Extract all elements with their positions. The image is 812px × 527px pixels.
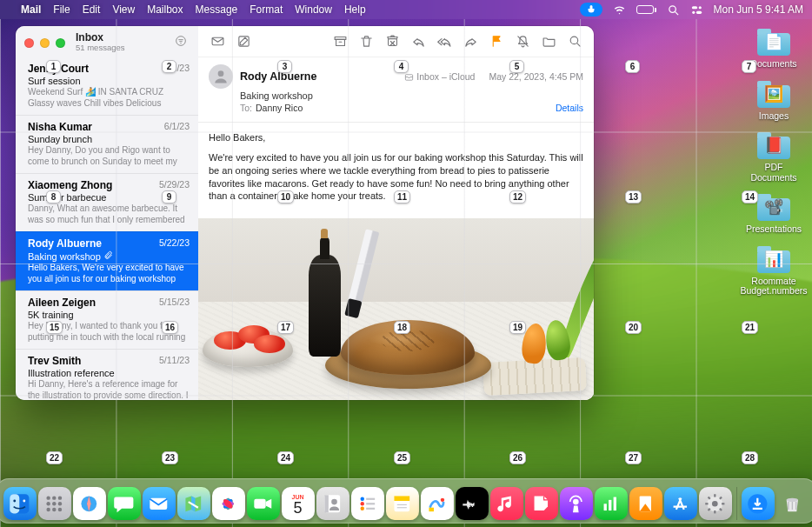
desktop-item[interactable]: 📊Roommate Budget.numbers [742, 243, 805, 297]
menu-format[interactable]: Format [250, 3, 283, 16]
svg-point-25 [14, 499, 17, 502]
filter-icon[interactable] [172, 32, 190, 53]
menubar-app-name[interactable]: Mail [21, 3, 41, 16]
dock-facetime[interactable] [247, 487, 280, 520]
reader-from: Rody Albuerne [240, 70, 316, 83]
svg-point-6 [176, 37, 186, 46]
window-minimize[interactable] [40, 38, 50, 48]
dock-downloads[interactable] [742, 487, 775, 520]
dock-tv[interactable]: tv [456, 487, 489, 520]
message-row[interactable]: Rody Albuerne5/22/23Baking workshop Hell… [16, 231, 198, 290]
search-icon[interactable] [564, 32, 585, 51]
inbox-subtitle: 51 messages [76, 43, 125, 52]
menu-help[interactable]: Help [344, 3, 366, 16]
message-row[interactable]: Aileen Zeigen5/15/235K trainingHey Danny… [16, 290, 198, 349]
svg-point-28 [52, 496, 56, 499]
archive-icon[interactable] [329, 32, 350, 51]
folder-icon: 📽️ [754, 191, 794, 223]
desktop-item-label: PDF Documents [742, 163, 805, 183]
move-icon[interactable] [538, 32, 559, 51]
attachment-icon [103, 250, 113, 260]
dock-contacts[interactable] [316, 487, 349, 520]
desktop-item[interactable]: 📄Documents [742, 26, 805, 70]
forward-icon[interactable] [460, 32, 481, 51]
message-row[interactable]: Nisha Kumar6/1/23Sunday brunchHey Danny,… [16, 115, 198, 173]
svg-point-31 [52, 502, 56, 505]
menu-edit[interactable]: Edit [83, 3, 101, 16]
dock-photos[interactable] [212, 487, 245, 520]
dock-notes[interactable] [386, 487, 419, 520]
dock-freeform[interactable] [421, 487, 454, 520]
svg-line-83 [709, 509, 710, 510]
desktop-item-label: Presentations [746, 224, 802, 235]
control-center-icon[interactable] [690, 3, 703, 17]
dock-messages[interactable] [108, 487, 141, 520]
wifi-icon[interactable] [613, 3, 626, 17]
message-row[interactable]: Trev Smith5/11/23Illustration referenceH… [16, 349, 198, 400]
svg-point-33 [47, 507, 50, 510]
dock-safari[interactable] [73, 487, 106, 520]
svg-point-26 [23, 499, 26, 502]
reader-attachment-image [198, 218, 594, 400]
folder-icon: 📄 [754, 26, 794, 57]
svg-rect-4 [696, 10, 701, 13]
menu-message[interactable]: Message [196, 3, 238, 16]
svg-point-57 [361, 502, 364, 505]
svg-point-3 [698, 6, 701, 9]
svg-point-75 [712, 501, 718, 507]
mail-window: Inbox 51 messages Jenny Court6/3/23Surf … [16, 26, 594, 400]
message-list[interactable]: Jenny Court6/3/23Surf sessionWeekend Sur… [16, 57, 198, 400]
reader-to-name: Danny Rico [256, 103, 303, 113]
mail-sidebar: Inbox 51 messages Jenny Court6/3/23Surf … [16, 26, 198, 400]
desktop-item-label: Documents [750, 59, 796, 70]
voice-control-pill[interactable] [580, 3, 602, 17]
svg-point-69 [573, 498, 579, 504]
mute-icon[interactable] [512, 32, 533, 51]
dock-settings[interactable] [699, 487, 732, 520]
junk-icon[interactable] [382, 32, 403, 51]
folder-icon: 📕 [754, 130, 794, 161]
svg-point-21 [218, 70, 224, 77]
dock-launchpad[interactable] [38, 487, 71, 520]
dock-mail[interactable] [143, 487, 176, 520]
desktop-item[interactable]: 📕PDF Documents [742, 130, 805, 183]
dock-music[interactable] [490, 487, 523, 520]
battery-icon[interactable] [636, 5, 656, 14]
dock-calendar[interactable]: JUN5 [282, 487, 315, 520]
dock-news[interactable] [525, 487, 558, 520]
spotlight-icon[interactable] [667, 3, 680, 17]
menu-file[interactable]: File [53, 3, 70, 16]
svg-line-80 [709, 497, 710, 498]
reply-all-icon[interactable] [434, 32, 455, 51]
svg-rect-67 [429, 507, 435, 510]
menu-mailbox[interactable]: Mailbox [147, 3, 183, 16]
svg-line-20 [576, 43, 580, 47]
dock-podcasts[interactable] [560, 487, 593, 520]
flag-icon[interactable] [486, 32, 507, 51]
menu-window[interactable]: Window [295, 3, 332, 16]
dock-reminders[interactable] [351, 487, 384, 520]
dock-pages[interactable] [629, 487, 662, 520]
compose-icon[interactable] [233, 32, 254, 51]
trash-icon[interactable] [356, 32, 376, 51]
desktop-item[interactable]: 🖼️Images [742, 78, 805, 122]
reader-details-link[interactable]: Details [556, 103, 583, 113]
window-zoom[interactable] [56, 38, 65, 48]
window-close[interactable] [24, 38, 34, 48]
svg-line-1 [675, 11, 678, 15]
reader-mailbox[interactable]: Inbox – iCloud [404, 71, 475, 82]
dock-appstore[interactable] [664, 487, 697, 520]
mail-content: Rody Albuerne Inbox – iCloud May 22, 202… [198, 26, 594, 400]
dock-finder[interactable] [3, 487, 37, 520]
reply-icon[interactable] [408, 32, 429, 51]
desktop-item[interactable]: 📽️Presentations [742, 191, 805, 235]
menu-view[interactable]: View [112, 3, 135, 16]
dock-trash[interactable] [776, 487, 809, 520]
envelope-icon[interactable] [207, 32, 228, 51]
message-row[interactable]: Jenny Court6/3/23Surf sessionWeekend Sur… [16, 57, 198, 115]
dock-maps[interactable] [177, 487, 210, 520]
dock-numbers[interactable] [595, 487, 628, 520]
svg-point-5 [692, 10, 695, 13]
menubar-clock[interactable]: Mon Jun 5 9:41 AM [714, 3, 803, 16]
message-row[interactable]: Xiaomeng Zhong5/29/23Summer barbecueDann… [16, 173, 198, 231]
